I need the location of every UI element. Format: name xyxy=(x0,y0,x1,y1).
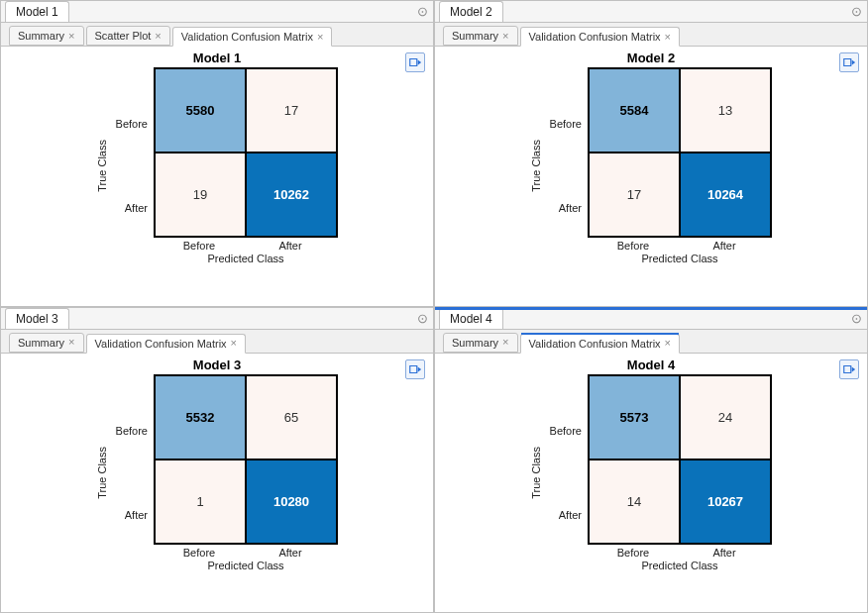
y-tick-after: After xyxy=(112,472,148,557)
subtab-label: Summary xyxy=(452,337,498,349)
plot-title: Model 1 xyxy=(193,51,241,65)
subtab-summary[interactable]: Summary × xyxy=(443,333,518,353)
panel-menu-icon[interactable]: ⊙ xyxy=(849,5,863,19)
subtab-validation-confusion-matrix[interactable]: Validation Confusion Matrix × xyxy=(520,27,681,47)
confusion-matrix-plot: Model 3 True Class Before After 5532 65 … xyxy=(96,358,338,571)
y-tick-labels: Before After xyxy=(546,388,582,557)
confusion-matrix-grid: 5532 65 1 10280 xyxy=(154,374,338,545)
y-tick-labels: Before After xyxy=(112,388,148,557)
x-tick-labels: Before After xyxy=(154,545,336,559)
panel-model-2: Model 2 ⊙ Summary × Validation Confusion… xyxy=(434,0,868,307)
panel-title-label: Model 2 xyxy=(450,5,492,19)
panel-menu-icon[interactable]: ⊙ xyxy=(415,5,429,19)
subtab-label: Validation Confusion Matrix xyxy=(529,338,661,350)
panel-header: Model 3 ⊙ xyxy=(1,308,433,330)
panel-title-label: Model 3 xyxy=(16,312,58,326)
y-tick-after: After xyxy=(112,166,148,251)
confusion-matrix-grid: 5584 13 17 10264 xyxy=(588,67,772,238)
restore-view-button[interactable] xyxy=(839,52,859,72)
cell-before-before: 5573 xyxy=(589,375,680,460)
close-icon[interactable]: × xyxy=(502,337,508,348)
cell-after-after: 10262 xyxy=(246,153,337,237)
cell-before-after: 24 xyxy=(680,375,771,460)
plot-area: Model 1 True Class Before After 5580 17 … xyxy=(1,47,433,306)
confusion-matrix-grid: 5580 17 19 10262 xyxy=(154,67,338,238)
cell-after-before: 17 xyxy=(589,153,680,237)
y-axis-label: True Class xyxy=(96,447,108,499)
subtab-summary[interactable]: Summary × xyxy=(9,333,84,353)
y-tick-before: Before xyxy=(112,388,148,472)
restore-view-button[interactable] xyxy=(405,52,425,72)
cell-after-before: 19 xyxy=(155,153,246,237)
panel-model-1: Model 1 ⊙ Summary × Scatter Plot × Valid… xyxy=(0,0,434,307)
confusion-matrix-plot: Model 1 True Class Before After 5580 17 … xyxy=(96,51,338,264)
y-axis-label: True Class xyxy=(530,447,542,499)
subtab-scatter-plot[interactable]: Scatter Plot × xyxy=(86,26,170,46)
close-icon[interactable]: × xyxy=(68,337,74,348)
subtab-validation-confusion-matrix[interactable]: Validation Confusion Matrix × xyxy=(172,27,333,47)
subtab-label: Validation Confusion Matrix xyxy=(181,31,313,43)
x-tick-after: After xyxy=(245,238,336,252)
subtab-summary[interactable]: Summary × xyxy=(9,26,84,46)
y-tick-after: After xyxy=(546,472,582,557)
close-icon[interactable]: × xyxy=(317,32,323,43)
close-icon[interactable]: × xyxy=(68,31,74,42)
restore-view-button[interactable] xyxy=(405,359,425,379)
cell-before-before: 5580 xyxy=(155,68,246,153)
panel-title-tab[interactable]: Model 1 xyxy=(5,1,69,22)
cell-after-after: 10280 xyxy=(246,460,337,544)
cell-before-after: 17 xyxy=(246,68,337,153)
subtab-label: Validation Confusion Matrix xyxy=(529,31,661,43)
panel-header: Model 1 ⊙ xyxy=(1,1,433,23)
x-tick-before: Before xyxy=(154,238,245,252)
panel-title-tab[interactable]: Model 3 xyxy=(5,308,69,329)
panel-title-label: Model 4 xyxy=(450,312,492,326)
x-axis-label: Predicted Class xyxy=(588,559,772,571)
x-tick-after: After xyxy=(679,545,770,559)
x-tick-before: Before xyxy=(588,238,679,252)
y-tick-before: Before xyxy=(112,82,148,166)
close-icon[interactable]: × xyxy=(155,31,161,42)
x-tick-labels: Before After xyxy=(588,238,770,252)
plot-title: Model 4 xyxy=(627,358,675,372)
close-icon[interactable]: × xyxy=(665,32,671,43)
x-tick-labels: Before After xyxy=(588,545,770,559)
panel-header: Model 4 ⊙ xyxy=(435,308,867,330)
subtab-label: Summary xyxy=(452,30,498,42)
subtab-summary[interactable]: Summary × xyxy=(443,26,518,46)
cell-before-after: 65 xyxy=(246,375,337,460)
close-icon[interactable]: × xyxy=(502,31,508,42)
cell-before-before: 5584 xyxy=(589,68,680,153)
y-tick-before: Before xyxy=(546,82,582,166)
x-tick-after: After xyxy=(679,238,770,252)
confusion-matrix-plot: Model 2 True Class Before After 5584 13 … xyxy=(530,51,772,264)
panel-title-tab[interactable]: Model 4 xyxy=(439,308,503,329)
subtab-label: Validation Confusion Matrix xyxy=(95,338,227,350)
subtab-validation-confusion-matrix[interactable]: Validation Confusion Matrix × xyxy=(520,334,681,354)
x-tick-after: After xyxy=(245,545,336,559)
restore-view-button[interactable] xyxy=(839,359,859,379)
plot-area: Model 4 True Class Before After 5573 24 … xyxy=(435,354,867,613)
plot-title: Model 2 xyxy=(627,51,675,65)
subtab-validation-confusion-matrix[interactable]: Validation Confusion Matrix × xyxy=(86,334,247,354)
close-icon[interactable]: × xyxy=(231,338,237,349)
cell-after-after: 10264 xyxy=(680,153,771,237)
subtab-label: Summary xyxy=(18,337,64,349)
subtab-label: Summary xyxy=(18,30,64,42)
panel-title-label: Model 1 xyxy=(16,5,58,19)
cell-after-before: 14 xyxy=(589,460,680,544)
confusion-matrix-plot: Model 4 True Class Before After 5573 24 … xyxy=(530,358,772,571)
close-icon[interactable]: × xyxy=(665,338,671,349)
panel-menu-icon[interactable]: ⊙ xyxy=(415,311,429,325)
panel-menu-icon[interactable]: ⊙ xyxy=(849,311,863,325)
y-tick-labels: Before After xyxy=(546,82,582,251)
panel-title-tab[interactable]: Model 2 xyxy=(439,1,503,22)
y-axis-label: True Class xyxy=(96,140,108,192)
confusion-matrix-grid: 5573 24 14 10267 xyxy=(588,374,772,545)
subtab-bar: Summary × Validation Confusion Matrix × xyxy=(435,23,867,47)
subtab-bar: Summary × Validation Confusion Matrix × xyxy=(435,330,867,354)
panel-model-4: Model 4 ⊙ Summary × Validation Confusion… xyxy=(434,307,868,614)
x-axis-label: Predicted Class xyxy=(154,559,338,571)
plot-area: Model 2 True Class Before After 5584 13 … xyxy=(435,47,867,306)
subtab-bar: Summary × Validation Confusion Matrix × xyxy=(1,330,433,354)
